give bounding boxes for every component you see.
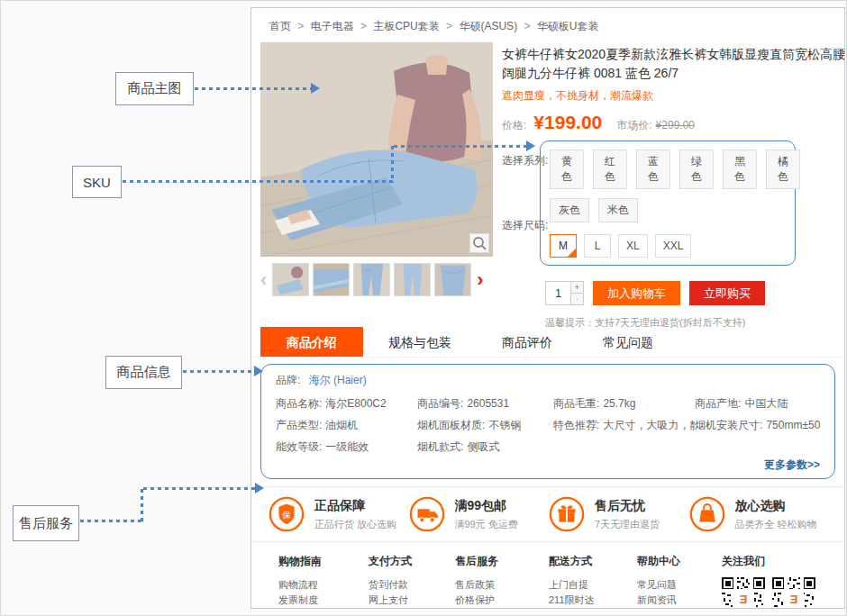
size-option[interactable]: L — [584, 234, 611, 258]
thumbnail[interactable] — [313, 263, 350, 296]
series-option[interactable]: 灰色 — [550, 198, 589, 222]
series-row-1: 黄色 红色 蓝色 绿色 黑色 橘色 — [550, 149, 786, 189]
info-field: 特色推荐:大尺寸，大吸力，静音... — [553, 418, 695, 433]
info-field: 商品产地:中国大陆 — [695, 396, 820, 412]
breadcrumb-item[interactable]: 华硕板U套装 — [537, 20, 599, 32]
size-label: 选择尺码: — [502, 218, 548, 233]
series-label: 选择系列: — [502, 153, 548, 168]
thumbnail-prev-icon[interactable]: ‹ — [260, 264, 270, 296]
series-option[interactable]: 蓝色 — [636, 149, 670, 189]
service-title: 满99包邮 — [455, 498, 518, 514]
series-row-2: 灰色 米色 — [550, 198, 786, 222]
footer-column: 配送方式 上门自提 211限时达 配送服务查询 配送费收取标准 海外配送 — [549, 554, 637, 609]
footer-link[interactable]: 常见问题 — [637, 577, 722, 593]
brand-link[interactable]: 海尔 (Haier) — [309, 374, 367, 386]
model-photo — [260, 42, 493, 257]
info-field: 能效等级:一级能效 — [276, 439, 417, 455]
annotation-product-info-label: 商品信息 — [105, 356, 182, 389]
footer-link[interactable]: 上门自提 — [549, 577, 637, 593]
quantity-input[interactable] — [546, 282, 570, 304]
buy-now-button[interactable]: 立即购买 — [689, 281, 765, 305]
product-main-image[interactable] — [260, 42, 493, 257]
gift-box-icon — [548, 495, 586, 533]
footer-link[interactable]: 网上支付 — [369, 593, 455, 608]
annotation-arrow-line — [195, 87, 312, 90]
info-field: 商品名称:海尔E800C2 — [276, 396, 417, 412]
shopping-bag-icon — [688, 495, 726, 533]
service-subtitle: 品类齐全 轻松购物 — [735, 518, 817, 531]
quantity-decrease-button[interactable]: - — [571, 293, 583, 304]
shield-badge-icon: 保 — [268, 495, 305, 533]
footer-link[interactable]: 配送服务查询 — [549, 608, 637, 609]
annotation-arrowhead-icon — [526, 140, 535, 151]
annotation-arrow-line — [394, 145, 527, 148]
add-to-cart-button[interactable]: 加入购物车 — [593, 281, 680, 305]
annotation-arrow-line — [123, 180, 394, 183]
footer-column: 帮助中心 常见问题 新闻资讯 联系我们 — [637, 554, 722, 609]
footer-link[interactable]: 购物流程 — [278, 577, 369, 593]
size-option-selected[interactable]: M — [550, 234, 577, 258]
detail-tabs: 商品介绍 规格与包装 商品评价 常见问题 — [251, 327, 844, 358]
thumbnail-next-icon[interactable]: › — [473, 264, 483, 296]
breadcrumb-item[interactable]: 华硕(ASUS) — [459, 20, 517, 32]
tab-reviews[interactable]: 商品评价 — [477, 327, 578, 357]
breadcrumb-item[interactable]: 电子电器 — [311, 20, 354, 32]
breadcrumb-separator: > — [524, 20, 530, 32]
series-option[interactable]: 绿色 — [679, 149, 714, 189]
size-option[interactable]: XL — [618, 234, 648, 258]
series-option[interactable]: 橘色 — [766, 149, 800, 189]
breadcrumb-item[interactable]: 主板CPU套装 — [373, 20, 439, 32]
footer-column-title: 帮助中心 — [637, 554, 722, 569]
series-option[interactable]: 米色 — [598, 198, 638, 222]
service-subtitle: 7天无理由退货 — [595, 518, 660, 531]
footer-column: 支付方式 货到付款 网上支付 分期付款 银行转帐 — [369, 554, 455, 609]
magnifier-icon — [470, 234, 488, 252]
market-price-value: ¥299.00 — [656, 119, 695, 131]
brand-row: 品牌: 海尔 (Haier) — [276, 373, 820, 388]
footer-column-title: 售后服务 — [455, 554, 549, 569]
thumbnail[interactable] — [394, 263, 431, 296]
info-field: 烟机面板材质:不锈钢 — [417, 418, 553, 433]
footer-link[interactable]: 新闻资讯 — [637, 593, 722, 608]
hint-text: 支持7天无理由退货(拆封后不支持) — [595, 317, 745, 328]
footer-link[interactable]: 售后政策 — [455, 577, 549, 593]
info-field: 商品毛重:25.7kg — [553, 396, 695, 412]
footer-link[interactable]: 211限时达 — [549, 593, 637, 608]
breadcrumb: 首页 > 电子电器 > 主板CPU套装 > 华硕(ASUS) > 华硕板U套装 — [251, 8, 844, 42]
series-option[interactable]: 黄色 — [550, 149, 584, 189]
footer-link[interactable]: 发票制度 — [278, 593, 369, 608]
qr-code: Ǝ — [772, 577, 815, 609]
thumbnail[interactable] — [272, 263, 309, 296]
footer-link[interactable]: 联系我们 — [637, 608, 722, 609]
info-field: 烟机款式:侧吸式 — [417, 439, 553, 455]
series-option[interactable]: 红色 — [593, 149, 627, 189]
tab-product-intro[interactable]: 商品介绍 — [260, 327, 363, 357]
service-subtitle: 正品行货 放心选购 — [314, 518, 396, 531]
quantity-increase-button[interactable]: + — [571, 282, 583, 293]
footer-link[interactable]: 分期付款 — [369, 608, 455, 609]
info-grid: 商品名称:海尔E800C2 商品编号:2605531 商品毛重:25.7kg 商… — [276, 396, 820, 455]
thumbnail[interactable] — [353, 263, 390, 296]
footer-link[interactable]: 价格保护 — [455, 593, 549, 608]
breadcrumb-item[interactable]: 首页 — [269, 20, 291, 32]
footer-link[interactable]: 货到付款 — [369, 577, 455, 593]
zoom-button[interactable] — [469, 233, 489, 253]
thumbnail[interactable] — [434, 263, 471, 296]
footer-link[interactable]: 退款说明 — [455, 608, 549, 609]
buy-row: + - 加入购物车 立即购买 — [545, 281, 845, 305]
footer-link[interactable]: 服务协议 — [278, 608, 369, 609]
footer-column-title: 支付方式 — [369, 554, 455, 569]
hint-label: 温馨提示： — [545, 317, 595, 328]
service-bar: 保 正品保障 正品行货 放心选购 满99包邮 满99元 免运费 — [251, 486, 844, 542]
tab-faq[interactable]: 常见问题 — [578, 327, 679, 357]
service-subtitle: 满99元 免运费 — [455, 518, 518, 531]
size-option[interactable]: XXL — [655, 234, 692, 258]
return-policy-hint: 温馨提示：支持7天无理由退货(拆封后不支持) — [545, 316, 845, 330]
product-promo-text: 遮肉显瘦，不挑身材，潮流爆款 — [502, 88, 845, 104]
svg-text:Ǝ: Ǝ — [790, 593, 798, 606]
tab-spec-packing[interactable]: 规格与包装 — [363, 327, 477, 357]
info-field: 烟机安装尺寸:750mm±50mm (烟... — [695, 418, 820, 433]
annotation-after-sale-label: 售后服务 — [13, 505, 79, 541]
series-option[interactable]: 黑色 — [723, 149, 757, 189]
more-params-link[interactable]: 更多参数>> — [276, 457, 820, 473]
